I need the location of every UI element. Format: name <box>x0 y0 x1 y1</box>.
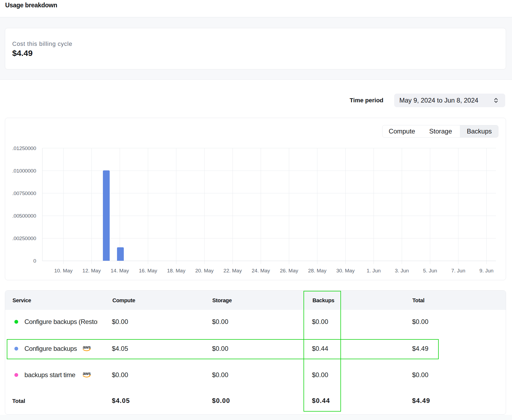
svg-text:.00500000: .00500000 <box>12 213 36 219</box>
svg-text:.01250000: .01250000 <box>12 145 36 151</box>
svg-text:26. May: 26. May <box>280 268 298 273</box>
svg-text:9. Jun: 9. Jun <box>479 268 494 273</box>
svg-text:5. Jun: 5. Jun <box>423 268 437 273</box>
svg-text:24. May: 24. May <box>252 268 270 273</box>
svg-text:30. May: 30. May <box>336 268 355 273</box>
svg-text:12. May: 12. May <box>83 268 101 273</box>
svg-text:.01000000: .01000000 <box>12 168 36 174</box>
svg-text:14. May: 14. May <box>111 268 129 273</box>
svg-text:3. Jun: 3. Jun <box>395 268 409 273</box>
svg-text:.00750000: .00750000 <box>12 190 36 196</box>
svg-text:20. May: 20. May <box>195 268 214 273</box>
svg-text:22. May: 22. May <box>223 268 242 273</box>
svg-text:10. May: 10. May <box>54 268 73 273</box>
svg-text:.00250000: .00250000 <box>12 236 36 241</box>
svg-text:28. May: 28. May <box>308 268 327 273</box>
svg-text:18. May: 18. May <box>167 268 185 273</box>
svg-text:16. May: 16. May <box>139 268 157 273</box>
svg-text:0: 0 <box>33 258 36 264</box>
svg-text:1. Jun: 1. Jun <box>367 268 381 273</box>
svg-text:7. Jun: 7. Jun <box>451 268 465 273</box>
